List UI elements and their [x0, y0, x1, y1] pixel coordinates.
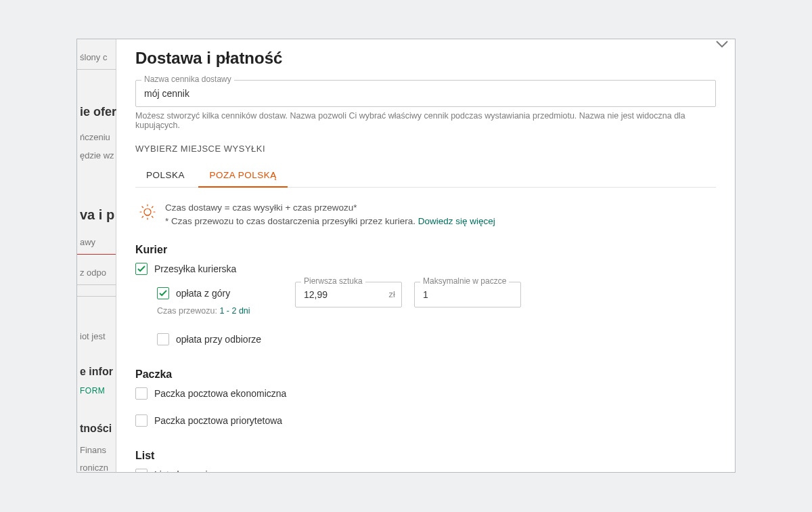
checkbox-unchecked-icon[interactable]	[157, 333, 169, 345]
svg-point-0	[144, 209, 151, 215]
checkbox-unchecked-icon[interactable]	[135, 469, 148, 473]
pricelist-name-field: Nazwa cennika dostawy	[135, 80, 716, 107]
pricelist-name-input[interactable]	[135, 80, 716, 107]
bg-text: iot jest	[77, 328, 116, 345]
letter-economy-option[interactable]: List ekonomiczny	[135, 469, 716, 473]
field-label: Nazwa cennika dostawy	[141, 74, 234, 84]
currency-label: zł	[389, 289, 395, 299]
bg-text: ędzie wz	[77, 147, 116, 165]
bg-text: roniczn	[77, 459, 116, 473]
bg-text: awy	[77, 234, 116, 251]
option-label: Przesyłka kurierska	[154, 263, 236, 274]
location-tabs: POLSKA POZA POLSKĄ	[135, 163, 716, 188]
checkbox-unchecked-icon[interactable]	[135, 387, 148, 400]
first-item-price-field: Pierwsza sztuka zł	[295, 282, 402, 307]
bg-text: tności	[77, 419, 116, 439]
transit-time: Czas przewozu: 1 - 2 dni	[157, 306, 283, 316]
option-label: opłata z góry	[176, 288, 230, 299]
courier-shipment-option[interactable]: Przesyłka kurierska	[135, 263, 716, 275]
bg-text: ślony c	[77, 49, 116, 66]
package-economy-option[interactable]: Paczka pocztowa ekonomiczna	[135, 387, 716, 400]
info-line: Czas dostawy = czas wysyłki + czas przew…	[165, 202, 357, 213]
bg-text: Finans	[77, 442, 116, 459]
checkbox-checked-icon[interactable]	[135, 263, 148, 275]
helper-text: Możesz stworzyć kilka cenników dostaw. N…	[135, 111, 716, 130]
tab-abroad[interactable]: POZA POLSKĄ	[198, 163, 287, 187]
max-per-package-field: Maksymalnie w paczce	[414, 282, 521, 307]
pay-upfront-option[interactable]: opłata z góry	[157, 287, 283, 299]
bg-text: e infor	[77, 362, 116, 382]
pay-on-delivery-option[interactable]: opłata przy odbiorze	[157, 333, 716, 345]
package-priority-option[interactable]: Paczka pocztowa priorytetowa	[135, 414, 716, 427]
bg-text: ie ofer	[77, 101, 116, 123]
close-icon[interactable]	[716, 39, 728, 51]
bg-text: ńczeniu	[77, 129, 116, 146]
info-callout: Czas dostawy = czas wysyłki + czas przew…	[135, 201, 716, 229]
bg-text: va i p	[77, 202, 116, 227]
delivery-payment-modal: Dostawa i płatność Nazwa cennika dostawy…	[116, 39, 735, 472]
checkbox-unchecked-icon[interactable]	[135, 414, 148, 427]
lightbulb-icon	[139, 204, 156, 220]
option-label: Paczka pocztowa ekonomiczna	[154, 388, 286, 399]
field-label: Maksymalnie w paczce	[420, 276, 509, 286]
option-label: List ekonomiczny	[154, 469, 227, 473]
checkbox-checked-icon[interactable]	[157, 287, 169, 299]
modal-title: Dostawa i płatność	[135, 49, 716, 68]
bg-text: z odpo	[77, 264, 116, 282]
info-line: * Czas przewozu to czas dostarczenia prz…	[165, 216, 418, 226]
bg-text: FORM	[77, 383, 116, 400]
learn-more-link[interactable]: Dowiedz się więcej	[418, 216, 495, 226]
background-form-panel: ślony c ie ofer ńczeniu ędzie wz va i p …	[77, 39, 116, 472]
option-label: opłata przy odbiorze	[176, 334, 261, 345]
ship-from-label: WYBIERZ MIEJSCE WYSYŁKI	[135, 144, 716, 154]
option-label: Paczka pocztowa priorytetowa	[154, 415, 282, 426]
field-label: Pierwsza sztuka	[301, 276, 365, 286]
group-heading-letter: List	[135, 450, 716, 462]
group-heading-courier: Kurier	[135, 244, 716, 256]
group-heading-package: Paczka	[135, 368, 716, 381]
tab-poland[interactable]: POLSKA	[135, 163, 196, 187]
